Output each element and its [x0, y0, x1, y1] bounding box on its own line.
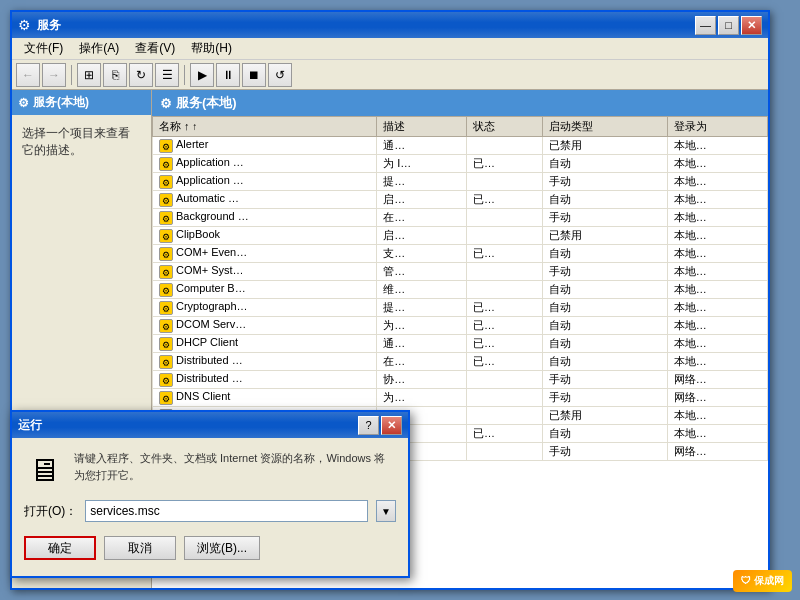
run-title-bar: 运行 ? ✕: [12, 412, 408, 438]
run-input[interactable]: [85, 500, 368, 522]
run-label: 打开(O)：: [24, 503, 77, 520]
service-status: [466, 137, 542, 155]
col-startup[interactable]: 启动类型: [543, 117, 667, 137]
service-name: ⚙COM+ Even…: [153, 245, 377, 263]
service-startup: 已禁用: [543, 407, 667, 425]
table-row[interactable]: ⚙DNS Client 为… 手动 网络…: [153, 389, 768, 407]
watermark-text: 🛡 保成网: [741, 574, 784, 588]
toolbar-play[interactable]: ▶: [190, 63, 214, 87]
service-startup: 自动: [543, 281, 667, 299]
toolbar-restart[interactable]: ↺: [268, 63, 292, 87]
service-startup: 自动: [543, 299, 667, 317]
close-button[interactable]: ✕: [741, 16, 762, 35]
service-desc: 启…: [377, 227, 467, 245]
service-name: ⚙Background …: [153, 209, 377, 227]
service-desc: 为 I…: [377, 155, 467, 173]
service-desc: 提…: [377, 299, 467, 317]
service-name: ⚙Distributed …: [153, 353, 377, 371]
run-close-button[interactable]: ✕: [381, 416, 402, 435]
service-desc: 维…: [377, 281, 467, 299]
toolbar-forward[interactable]: →: [42, 63, 66, 87]
services-window-title: 服务: [37, 17, 695, 34]
left-panel-title: 服务(本地): [33, 94, 89, 111]
service-desc: 支…: [377, 245, 467, 263]
toolbar-stop[interactable]: ⏹: [242, 63, 266, 87]
service-startup: 手动: [543, 263, 667, 281]
table-row[interactable]: ⚙Background … 在… 手动 本地…: [153, 209, 768, 227]
run-dialog: 运行 ? ✕ 🖥 请键入程序、文件夹、文档或 Internet 资源的名称，Wi…: [10, 410, 410, 578]
toolbar-properties[interactable]: ☰: [155, 63, 179, 87]
service-name: ⚙DCOM Serv…: [153, 317, 377, 335]
table-row[interactable]: ⚙Distributed … 协… 手动 网络…: [153, 371, 768, 389]
right-panel-title: 服务(本地): [176, 94, 237, 112]
toolbar-sep2: [184, 65, 185, 85]
service-name: ⚙COM+ Syst…: [153, 263, 377, 281]
table-row[interactable]: ⚙DHCP Client 通… 已… 自动 本地…: [153, 335, 768, 353]
service-status: 已…: [466, 191, 542, 209]
table-row[interactable]: ⚙DCOM Serv… 为… 已… 自动 本地…: [153, 317, 768, 335]
run-question-button[interactable]: ?: [358, 416, 379, 435]
toolbar-copy[interactable]: ⎘: [103, 63, 127, 87]
service-desc: 在…: [377, 209, 467, 227]
table-row[interactable]: ⚙Application … 提… 手动 本地…: [153, 173, 768, 191]
table-row[interactable]: ⚙ClipBook 启… 已禁用 本地…: [153, 227, 768, 245]
run-dropdown-btn[interactable]: ▼: [376, 500, 396, 522]
service-login: 本地…: [667, 353, 767, 371]
run-top: 🖥 请键入程序、文件夹、文档或 Internet 资源的名称，Windows 将…: [24, 450, 396, 490]
service-desc: 提…: [377, 173, 467, 191]
toolbar-back[interactable]: ←: [16, 63, 40, 87]
table-row[interactable]: ⚙COM+ Syst… 管… 手动 本地…: [153, 263, 768, 281]
menu-help[interactable]: 帮助(H): [183, 38, 240, 59]
service-desc: 协…: [377, 371, 467, 389]
menu-view[interactable]: 查看(V): [127, 38, 183, 59]
col-desc[interactable]: 描述: [377, 117, 467, 137]
run-browse-button[interactable]: 浏览(B)...: [184, 536, 260, 560]
table-row[interactable]: ⚙Automatic … 启… 已… 自动 本地…: [153, 191, 768, 209]
table-row[interactable]: ⚙Computer B… 维… 自动 本地…: [153, 281, 768, 299]
service-startup: 已禁用: [543, 137, 667, 155]
table-row[interactable]: ⚙Distributed … 在… 已… 自动 本地…: [153, 353, 768, 371]
service-login: 本地…: [667, 407, 767, 425]
left-panel-icon: ⚙: [18, 96, 29, 110]
menu-file[interactable]: 文件(F): [16, 38, 71, 59]
col-status[interactable]: 状态: [466, 117, 542, 137]
service-name: ⚙Cryptograph…: [153, 299, 377, 317]
service-status: [466, 263, 542, 281]
service-status: [466, 173, 542, 191]
service-name: ⚙Application …: [153, 173, 377, 191]
col-name[interactable]: 名称 ↑: [153, 117, 377, 137]
service-startup: 手动: [543, 443, 667, 461]
service-status: [466, 407, 542, 425]
col-login[interactable]: 登录为: [667, 117, 767, 137]
service-desc: 通…: [377, 335, 467, 353]
service-status: 已…: [466, 245, 542, 263]
toolbar-refresh[interactable]: ↻: [129, 63, 153, 87]
table-header-row: 名称 ↑ 描述 状态 启动类型 登录为: [153, 117, 768, 137]
menu-action[interactable]: 操作(A): [71, 38, 127, 59]
service-status: [466, 371, 542, 389]
table-row[interactable]: ⚙COM+ Even… 支… 已… 自动 本地…: [153, 245, 768, 263]
title-bar: ⚙ 服务 — □ ✕: [12, 12, 768, 38]
service-startup: 已禁用: [543, 227, 667, 245]
service-login: 本地…: [667, 227, 767, 245]
maximize-button[interactable]: □: [718, 16, 739, 35]
service-desc: 为…: [377, 317, 467, 335]
run-computer-icon: 🖥: [24, 450, 64, 490]
run-confirm-button[interactable]: 确定: [24, 536, 96, 560]
service-desc: 启…: [377, 191, 467, 209]
toolbar-pause[interactable]: ⏸: [216, 63, 240, 87]
table-row[interactable]: ⚙Application … 为 I… 已… 自动 本地…: [153, 155, 768, 173]
service-status: [466, 389, 542, 407]
minimize-button[interactable]: —: [695, 16, 716, 35]
run-cancel-button[interactable]: 取消: [104, 536, 176, 560]
service-status: [466, 443, 542, 461]
watermark: 🛡 保成网: [733, 570, 792, 592]
toolbar-grid[interactable]: ⊞: [77, 63, 101, 87]
service-login: 网络…: [667, 389, 767, 407]
table-row[interactable]: ⚙Alerter 通… 已禁用 本地…: [153, 137, 768, 155]
table-row[interactable]: ⚙Cryptograph… 提… 已… 自动 本地…: [153, 299, 768, 317]
service-status: 已…: [466, 425, 542, 443]
service-startup: 自动: [543, 191, 667, 209]
service-status: 已…: [466, 317, 542, 335]
service-startup: 自动: [543, 425, 667, 443]
